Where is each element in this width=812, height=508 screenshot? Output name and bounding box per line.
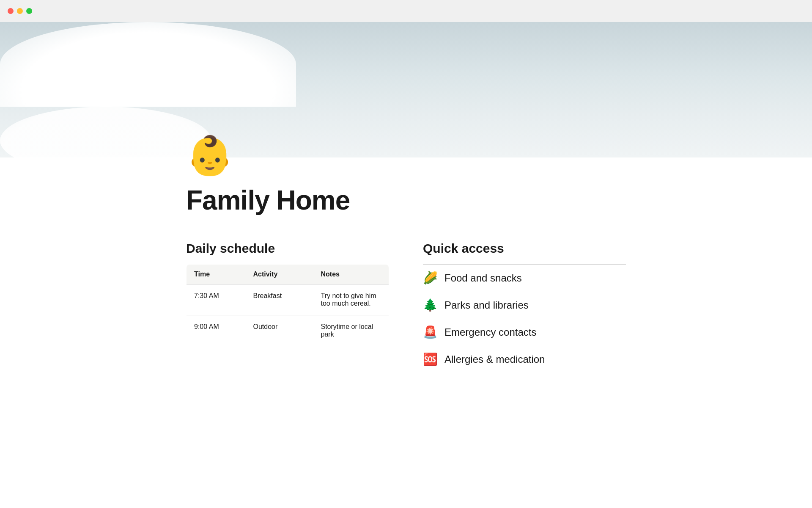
minimize-button[interactable] [17, 8, 23, 14]
schedule-table: Time Activity Notes 7:30 AM Breakfast Tr… [186, 264, 389, 346]
titlebar [0, 0, 812, 22]
table-row: 9:00 AM Outdoor Storytime or local park [187, 315, 389, 346]
quick-access-label: Parks and libraries [444, 299, 529, 311]
two-column-layout: Daily schedule Time Activity Notes 7:30 … [186, 241, 626, 373]
table-header-row: Time Activity Notes [187, 265, 389, 284]
page-title: Family Home [186, 185, 626, 216]
quick-access-label: Allergies & medication [444, 353, 545, 365]
cell-activity: Breakfast [246, 284, 313, 315]
quick-access-item[interactable]: 🌽 Food and snacks [423, 265, 626, 292]
cell-notes: Try not to give him too much cereal. [313, 284, 389, 315]
daily-schedule-title: Daily schedule [186, 241, 389, 256]
quick-access-emoji: 🚨 [423, 326, 438, 338]
close-button[interactable] [8, 8, 14, 14]
cloud-decoration [0, 22, 296, 107]
quick-access-title: Quick access [423, 241, 626, 256]
maximize-button[interactable] [26, 8, 32, 14]
page-icon: 👶 [186, 136, 626, 174]
quick-access-emoji: 🆘 [423, 353, 438, 365]
quick-access-emoji: 🌲 [423, 299, 438, 311]
col-notes: Notes [313, 265, 389, 284]
quick-access-item[interactable]: 🚨 Emergency contacts [423, 319, 626, 346]
quick-access-emoji: 🌽 [423, 272, 438, 284]
cell-activity: Outdoor [246, 315, 313, 346]
quick-access-label: Food and snacks [444, 272, 522, 284]
cell-time: 9:00 AM [187, 315, 246, 346]
table-row: 7:30 AM Breakfast Try not to give him to… [187, 284, 389, 315]
col-activity: Activity [246, 265, 313, 284]
quick-access-item[interactable]: 🆘 Allergies & medication [423, 346, 626, 373]
quick-access-item[interactable]: 🌲 Parks and libraries [423, 292, 626, 319]
page-content: 👶 Family Home Daily schedule Time Activi… [110, 136, 702, 373]
quick-access-label: Emergency contacts [444, 326, 536, 338]
cell-time: 7:30 AM [187, 284, 246, 315]
quick-access-list: 🌽 Food and snacks 🌲 Parks and libraries … [423, 265, 626, 373]
col-time: Time [187, 265, 246, 284]
quick-access-section: Quick access 🌽 Food and snacks 🌲 Parks a… [423, 241, 626, 373]
daily-schedule-section: Daily schedule Time Activity Notes 7:30 … [186, 241, 389, 346]
cloud-decoration [0, 107, 211, 157]
cell-notes: Storytime or local park [313, 315, 389, 346]
